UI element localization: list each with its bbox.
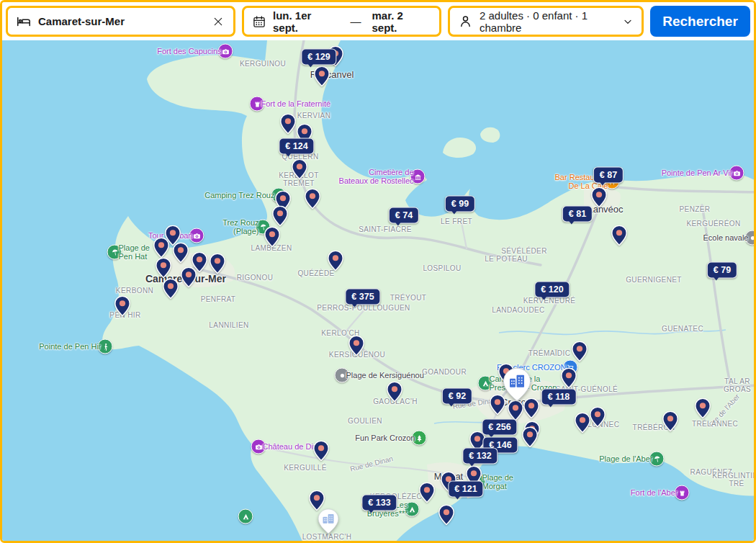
poi-label: Pointe de Pen Ar Vir	[662, 169, 733, 178]
hotel-pin-marker[interactable]	[210, 253, 225, 277]
hotel-price-marker[interactable]: € 375	[345, 289, 380, 305]
hotel-price-marker[interactable]: € 129	[301, 49, 336, 66]
hotel-pin-marker[interactable]	[173, 242, 189, 266]
poi-label: Plage de Kersiguénou	[346, 371, 424, 380]
hotel-pin-marker[interactable]	[590, 406, 606, 430]
poi-chateau-de-dinan[interactable]: Château de Dinan	[251, 439, 266, 454]
hotel-price-marker[interactable]: € 133	[361, 495, 397, 511]
hotel-price-marker[interactable]: € 124	[279, 138, 314, 155]
area-label: SÉVÉLÉDER	[501, 247, 547, 255]
poi-camping-de-la-presqu-ile-crozon[interactable]: Camping de la Presqu'île - Crozon	[478, 376, 493, 391]
hotel-price-marker[interactable]: € 79	[707, 262, 737, 279]
poi-fort-de-la-fraternite[interactable]: Fort de la Fraternité	[250, 97, 265, 112]
poi-cimetiere-de-bateaux-de-rostellec[interactable]: Cimetière de Bateaux de Rostellec	[410, 169, 426, 184]
area-label: LE FRET	[441, 217, 472, 225]
camping-icon[interactable]	[238, 509, 253, 524]
hotel-price-marker[interactable]: € 87	[593, 167, 624, 184]
poi-camping-les-bruyeres[interactable]: Camping Les Bruyères***	[405, 502, 420, 517]
hotel-price-marker[interactable]: € 118	[541, 389, 577, 405]
hotel-price-marker[interactable]: € 99	[445, 196, 475, 212]
poi-plage-de-kersiguenou[interactable]: Plage de Kersiguénou	[335, 368, 350, 383]
poi-tour-vauban[interactable]: Tour Vauban	[189, 228, 204, 243]
poi-fort-de-l-aber[interactable]: Fort de l'Aber	[675, 485, 690, 501]
hotel-pin-marker[interactable]	[611, 225, 627, 248]
hotel-pin-marker[interactable]	[114, 295, 130, 319]
hotel-pin-marker[interactable]	[662, 410, 678, 434]
occupancy-value: 2 adultes · 0 enfant · 1 chambre	[480, 9, 616, 34]
viewed-hotel-marker[interactable]	[318, 508, 339, 537]
hotel-pin-marker[interactable]	[314, 66, 330, 89]
hotel-pin-marker[interactable]	[591, 187, 607, 210]
destination-field[interactable]: Camaret-sur-Mer	[6, 6, 235, 37]
hotel-price-marker[interactable]: € 81	[562, 206, 593, 223]
area-label: KERGUINOU	[240, 60, 286, 68]
poi-fort-des-capucins[interactable]: Fort des Capucins	[218, 44, 233, 59]
poi-label: Fun Park Crozon	[355, 434, 415, 443]
hotel-price-marker[interactable]: € 132	[462, 448, 498, 465]
dates-field[interactable]: lun. 1er sept. — mar. 2 sept.	[242, 6, 441, 37]
poi-plage-de-pen-hat[interactable]: Plage de Pen Hat	[107, 245, 122, 260]
poi-pointe-de-pen-hir[interactable]: Pointe de Pen Hir	[98, 339, 113, 354]
poi-label: Pointe de Pen Hir	[39, 342, 101, 351]
poi-camping-southwest[interactable]	[238, 509, 253, 524]
hotel-pin-marker[interactable]	[313, 440, 329, 464]
hotel-price-marker[interactable]: € 120	[534, 282, 570, 298]
hotel-price-marker[interactable]: € 74	[389, 207, 419, 224]
checkin-date: lun. 1er sept.	[273, 9, 340, 34]
area-label: KERVIAN	[297, 112, 331, 120]
area-label: PENFRAT	[201, 295, 236, 303]
area-label: TAL AR GROAS	[724, 377, 751, 393]
hotel-pin-marker[interactable]	[292, 158, 307, 182]
area-label: KERGUILLÉ	[284, 464, 327, 472]
area-label: LANDAOUDEC	[492, 306, 544, 314]
area-label: PENZER	[680, 205, 711, 213]
area-label: GUERNIGENET	[626, 276, 682, 284]
hotel-pin-marker[interactable]	[181, 266, 197, 290]
area-label: GOULIEN	[348, 417, 382, 425]
area-label: KERGUÉRÉON	[686, 220, 740, 228]
hotel-pin-marker[interactable]	[575, 412, 590, 436]
hotel-pin-marker[interactable]	[695, 398, 711, 421]
hotel-pin-marker[interactable]	[264, 226, 280, 250]
search-button[interactable]: Rechercher	[650, 6, 750, 37]
poi-label: Plage de Pen Hat	[119, 243, 150, 261]
poi-pointe-de-pen-ar-vir[interactable]: Pointe de Pen Ar Vir	[729, 166, 744, 181]
poi-label: Plage de Morgat	[482, 473, 513, 491]
hotel-price-marker[interactable]: € 121	[448, 481, 483, 498]
area-label: GOANDOUR	[422, 368, 467, 376]
poi-label: Fort des Capucins	[157, 47, 221, 56]
hotel-pin-marker[interactable]	[561, 367, 577, 391]
poi-plage-de-l-aber[interactable]: Plage de l'Aber	[649, 452, 665, 467]
street-label: Rue de Dinan	[349, 454, 394, 472]
close-icon[interactable]	[211, 14, 225, 29]
area-label: RIGONOU	[237, 274, 274, 282]
poi-label: Plage de l'Aber	[599, 454, 652, 464]
hotel-price-marker[interactable]: € 256	[482, 419, 517, 436]
hotel-pin-marker[interactable]	[572, 341, 588, 364]
poi-fun-park-crozon[interactable]: Fun Park Crozon	[412, 431, 427, 446]
date-separator: —	[351, 15, 361, 27]
booking-map-window: Camaret-sur-Mer lun. 1er sept. — mar. 2 …	[0, 0, 756, 543]
hotel-pin-marker[interactable]	[328, 250, 343, 274]
hotel-pin-marker[interactable]	[522, 426, 538, 450]
hotel-pin-marker[interactable]	[438, 504, 454, 528]
hotel-pin-marker[interactable]	[387, 381, 402, 405]
hotel-pin-marker[interactable]	[280, 113, 296, 137]
hotel-pin-marker[interactable]	[348, 335, 364, 359]
map-canvas[interactable]: Rue de DinanRue de DinanRte de l'AberKER…	[2, 40, 754, 541]
poi-ecole-navale[interactable]: École navale	[745, 230, 755, 246]
hotel-pin-marker[interactable]	[419, 482, 435, 506]
poi-label: École navale	[703, 233, 749, 243]
hotel-price-marker[interactable]: € 92	[442, 388, 472, 405]
hotel-pin-marker[interactable]	[305, 188, 320, 212]
occupancy-field[interactable]: 2 adultes · 0 enfant · 1 chambre	[448, 6, 644, 37]
poi-label: Camping Trez Rouz	[204, 191, 274, 200]
selected-hotel-marker[interactable]	[503, 367, 531, 405]
area-label: TRÉMAÏDIC	[528, 349, 571, 357]
destination-value: Camaret-sur-Mer	[38, 15, 125, 27]
chevron-down-icon	[622, 16, 634, 27]
hotel-pin-marker[interactable]	[163, 278, 179, 302]
area-label: TRÉYOUT	[390, 294, 427, 302]
area-label: LE POTEAU	[485, 255, 528, 263]
area-label: SAINT-FIACRE	[359, 225, 412, 233]
